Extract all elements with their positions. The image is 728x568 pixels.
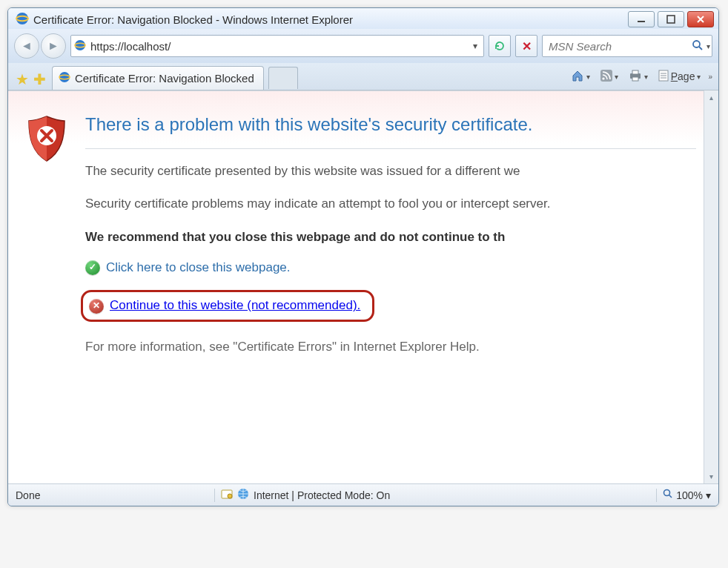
address-bar[interactable]: ▾ [70,35,484,57]
forward-button[interactable]: ► [41,33,66,59]
favorites-star-icon[interactable]: ★ [16,70,29,88]
zoom-icon [663,489,673,501]
svg-rect-3 [667,16,675,23]
feeds-button[interactable]: ▾ [598,67,621,86]
search-icon[interactable] [692,39,704,53]
globe-icon [237,488,249,502]
page-content: There is a problem with this website's s… [8,90,704,483]
url-input[interactable] [89,39,467,53]
svg-rect-14 [632,77,638,81]
refresh-button[interactable] [489,35,511,57]
svg-point-0 [16,13,28,24]
svg-point-6 [693,41,700,47]
new-tab-button[interactable] [268,67,298,89]
svg-point-11 [602,77,604,79]
status-bar: Done Internet | Protected Mode: On 100% … [8,483,718,506]
separator [214,489,215,502]
minimize-button[interactable] [628,11,655,27]
status-text: Done [16,489,208,501]
zoom-control[interactable]: 100% ▾ [663,489,711,501]
recommendation-text: We recommend that you close this webpage… [85,228,696,247]
scroll-down-icon[interactable]: ▾ [709,472,713,481]
title-bar: Certificate Error: Navigation Blocked - … [8,8,718,29]
checkmark-icon: ✓ [85,260,100,275]
vertical-scrollbar[interactable]: ▴ ▾ [704,90,718,483]
home-button[interactable]: ▾ [568,67,593,87]
error-paragraph-2: Security certificate problems may indica… [85,195,696,214]
page-menu-button[interactable]: Page ▾ [655,67,704,86]
stop-button[interactable]: ✕ [515,35,537,57]
tab-bar: ★ ✚ Certificate Error: Navigation Blocke… [8,63,718,90]
continue-website-link[interactable]: Continue to this website (not recommende… [110,297,360,315]
svg-point-23 [664,490,670,496]
scroll-up-icon[interactable]: ▴ [709,93,713,102]
ie-favicon-icon [74,39,86,53]
add-favorite-icon[interactable]: ✚ [33,70,46,88]
svg-point-8 [59,72,70,82]
navigation-bar: ◄ ► ▾ ✕ ▾ [8,29,718,63]
ie-logo-icon [16,12,29,27]
svg-line-24 [669,495,672,498]
maximize-button[interactable] [658,11,684,27]
window-controls [628,11,714,27]
error-heading: There is a problem with this website's s… [85,112,696,138]
continue-highlight-box: ✕ Continue to this website (not recommen… [81,290,374,322]
error-paragraph-1: The security certificate presented by th… [85,162,696,181]
command-bar: ▾ ▾ ▾ Page ▾ » [568,67,712,90]
error-x-icon: ✕ [89,299,104,314]
ie-favicon-icon [59,71,70,85]
svg-point-21 [228,494,232,498]
svg-rect-13 [632,70,638,74]
close-webpage-link[interactable]: Click here to close this webpage. [106,259,291,277]
home-icon [571,69,584,85]
back-button[interactable]: ◄ [14,33,39,59]
divider [85,148,696,149]
window-title: Certificate Error: Navigation Blocked - … [33,13,628,26]
print-button[interactable]: ▾ [626,67,651,86]
security-zone[interactable]: Internet | Protected Mode: On [221,488,650,502]
more-information-text: For more information, see "Certificate E… [85,338,696,357]
search-box[interactable]: ▾ [542,35,712,57]
toolbar-overflow-icon[interactable]: » [708,73,712,81]
rss-icon [600,70,612,84]
shield-error-icon [26,153,67,165]
svg-point-4 [75,40,85,50]
close-webpage-row: ✓ Click here to close this webpage. [85,259,696,277]
protected-mode-shield-icon [221,488,233,502]
zoom-level: 100% [676,489,703,501]
search-input[interactable] [547,39,692,53]
page-icon [658,70,669,84]
zoom-dropdown-icon[interactable]: ▾ [706,489,711,501]
security-zone-text: Internet | Protected Mode: On [254,489,390,501]
address-dropdown-icon[interactable]: ▾ [470,41,480,51]
viewport: There is a problem with this website's s… [8,90,718,483]
close-button[interactable] [687,11,714,27]
printer-icon [629,70,642,84]
svg-rect-10 [600,70,612,82]
search-dropdown-icon[interactable]: ▾ [704,42,710,50]
page-menu-label: Page [671,70,695,82]
svg-line-7 [699,47,702,50]
active-tab[interactable]: Certificate Error: Navigation Blocked [52,66,264,90]
separator [656,489,657,502]
svg-rect-2 [638,21,645,22]
tab-title: Certificate Error: Navigation Blocked [75,72,254,85]
browser-window: Certificate Error: Navigation Blocked - … [7,7,719,506]
